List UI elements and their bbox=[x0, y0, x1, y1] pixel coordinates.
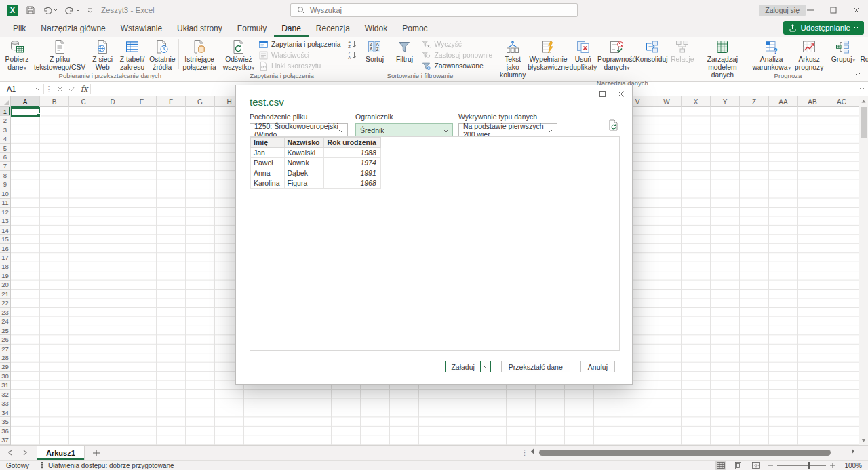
vertical-scroll-thumb[interactable] bbox=[861, 107, 867, 138]
ribbon-button-sort-az[interactable]: AZ bbox=[345, 39, 359, 50]
row-header-37[interactable]: 37 bbox=[0, 435, 10, 444]
tabbar-resize-handle[interactable]: ⋮ bbox=[521, 448, 528, 457]
select-all-corner[interactable] bbox=[0, 96, 11, 107]
row-header-31[interactable]: 31 bbox=[0, 381, 10, 390]
row-header-12[interactable]: 12 bbox=[0, 208, 10, 216]
row-header-21[interactable]: 21 bbox=[0, 290, 10, 298]
dialog-close-icon[interactable] bbox=[618, 91, 624, 97]
insert-function-icon[interactable]: fx bbox=[78, 82, 90, 96]
ribbon-button-grupuj[interactable]: Grupuj▾ bbox=[828, 37, 858, 72]
scroll-down-icon[interactable] bbox=[859, 435, 868, 445]
row-header-34[interactable]: 34 bbox=[0, 408, 10, 417]
close-button[interactable] bbox=[845, 0, 868, 20]
cancel-button[interactable]: Anuluj bbox=[580, 361, 615, 372]
ribbon-button-analiza-warunkowa[interactable]: ?Analiza warunkowa▾ bbox=[750, 37, 793, 72]
row-header-14[interactable]: 14 bbox=[0, 226, 10, 235]
row-header-9[interactable]: 9 bbox=[0, 180, 10, 189]
page-break-preview-button[interactable] bbox=[750, 461, 762, 470]
row-header-5[interactable]: 5 bbox=[0, 144, 10, 153]
row-header-22[interactable]: 22 bbox=[0, 299, 10, 308]
previous-sheet-icon[interactable] bbox=[8, 450, 12, 456]
accessibility-status[interactable]: Ułatwienia dostępu: dobrze przygotowane bbox=[39, 462, 174, 469]
row-header-6[interactable]: 6 bbox=[0, 153, 10, 161]
save-icon[interactable] bbox=[26, 5, 35, 15]
ribbon-button-z-pliku-tekstowego-csv[interactable]: Z pliku tekstowego/CSV bbox=[32, 37, 87, 72]
column-header-f[interactable]: F bbox=[157, 96, 186, 107]
column-header-c[interactable]: C bbox=[69, 96, 98, 107]
column-header-x[interactable]: X bbox=[682, 96, 711, 107]
row-header-33[interactable]: 33 bbox=[0, 399, 10, 408]
row-header-15[interactable]: 15 bbox=[0, 235, 10, 243]
refresh-preview-icon[interactable] bbox=[608, 119, 618, 132]
column-header-e[interactable]: E bbox=[127, 96, 157, 107]
ribbon-button-wypełnianie-błyskawiczne[interactable]: Wypełnianie błyskawiczne bbox=[528, 37, 568, 79]
zoom-slider[interactable] bbox=[768, 463, 835, 468]
column-header-ab[interactable]: AB bbox=[798, 96, 827, 107]
redo-button[interactable] bbox=[65, 6, 80, 15]
load-button[interactable]: Załaduj bbox=[445, 361, 480, 372]
scroll-right-icon[interactable] bbox=[851, 448, 855, 454]
expand-formula-bar-icon[interactable] bbox=[856, 82, 868, 96]
ribbon-button-pobierz-dane[interactable]: Pobierz dane▾ bbox=[2, 37, 32, 72]
column-header-z[interactable]: Z bbox=[740, 96, 769, 107]
ribbon-button-zapytania-i-połączenia[interactable]: Zapytania i połączenia bbox=[256, 39, 342, 50]
ribbon-button-odśwież-wszystko[interactable]: Odśwież wszystko▾ bbox=[221, 37, 256, 72]
undo-button[interactable] bbox=[43, 6, 58, 15]
ribbon-button-poprawność-danych[interactable]: Poprawność danych▾ bbox=[598, 37, 635, 79]
row-header-29[interactable]: 29 bbox=[0, 363, 10, 372]
normal-view-button[interactable] bbox=[715, 461, 726, 470]
row-header-23[interactable]: 23 bbox=[0, 308, 10, 317]
formula-bar-handle[interactable]: ⋮ bbox=[44, 82, 54, 96]
page-layout-view-button[interactable] bbox=[732, 461, 744, 470]
tab-dane[interactable]: Dane bbox=[274, 21, 309, 37]
ribbon-button-zaawansowane[interactable]: Zaawansowane bbox=[419, 60, 494, 71]
file-origin-dropdown[interactable]: 1250: Środkowoeuropejski (Windo... bbox=[250, 123, 348, 136]
load-dropdown-arrow[interactable] bbox=[481, 361, 491, 372]
ribbon-button-z-tabeli-zakresu[interactable]: Z tabeli/ zakresu bbox=[117, 37, 147, 72]
column-header-w[interactable]: W bbox=[652, 96, 682, 107]
zoom-slider-thumb[interactable] bbox=[808, 462, 810, 469]
tab-narzędzia-główne[interactable]: Narzędzia główne bbox=[33, 21, 113, 37]
dialog-maximize-icon[interactable] bbox=[599, 91, 606, 97]
tab-formuły[interactable]: Formuły bbox=[230, 21, 274, 37]
delimiter-dropdown[interactable]: Średnik bbox=[355, 123, 453, 136]
row-header-10[interactable]: 10 bbox=[0, 189, 10, 198]
tab-wstawianie[interactable]: Wstawianie bbox=[113, 21, 170, 37]
column-header-d[interactable]: D bbox=[98, 96, 127, 107]
row-header-1[interactable]: 1 bbox=[0, 107, 10, 116]
scroll-up-icon[interactable] bbox=[859, 96, 868, 106]
column-header-b[interactable]: B bbox=[40, 96, 69, 107]
zoom-out-icon[interactable] bbox=[768, 463, 773, 468]
customize-qat-icon[interactable] bbox=[87, 7, 93, 13]
vertical-scrollbar[interactable] bbox=[859, 96, 868, 445]
row-header-7[interactable]: 7 bbox=[0, 162, 10, 171]
row-header-27[interactable]: 27 bbox=[0, 345, 10, 353]
row-header-16[interactable]: 16 bbox=[0, 244, 10, 253]
tab-pomoc[interactable]: Pomoc bbox=[395, 21, 435, 37]
ribbon-button-ostatnie-źródła[interactable]: Ostatnie źródła bbox=[147, 37, 177, 72]
row-header-26[interactable]: 26 bbox=[0, 335, 10, 344]
ribbon-button-usuń-duplikaty[interactable]: Usuń duplikaty bbox=[568, 37, 598, 79]
ribbon-button-arkusz-prognozy[interactable]: Arkusz prognozy bbox=[793, 37, 825, 72]
tab-widok[interactable]: Widok bbox=[357, 21, 395, 37]
row-header-32[interactable]: 32 bbox=[0, 390, 10, 399]
zoom-level[interactable]: 100% bbox=[842, 462, 862, 469]
tab-układ-strony[interactable]: Układ strony bbox=[170, 21, 230, 37]
row-header-3[interactable]: 3 bbox=[0, 125, 10, 134]
row-header-25[interactable]: 25 bbox=[0, 326, 10, 335]
ribbon-button-rozgrupuj[interactable]: Rozgrupuj▾ bbox=[858, 37, 868, 72]
sheet-tab-arkusz1[interactable]: Arkusz1 bbox=[37, 446, 85, 460]
zoom-in-icon[interactable] bbox=[830, 463, 835, 468]
excel-logo-icon[interactable]: X bbox=[7, 5, 18, 16]
row-header-13[interactable]: 13 bbox=[0, 216, 10, 225]
ribbon-button-zarządzaj-modelem-danych[interactable]: Zarządzaj modelem danych bbox=[697, 37, 747, 79]
ribbon-button-konsoliduj[interactable]: Konsoliduj bbox=[635, 37, 667, 79]
ribbon-button-istniejące-połączenia[interactable]: Istniejące połączenia bbox=[180, 37, 218, 72]
horizontal-scroll-thumb[interactable] bbox=[539, 450, 831, 456]
selected-cell-a1[interactable] bbox=[11, 107, 40, 117]
ribbon-button-sortuj[interactable]: ZAAZSortuj bbox=[359, 37, 389, 72]
tab-recenzja[interactable]: Recenzja bbox=[309, 21, 357, 37]
add-sheet-button[interactable] bbox=[85, 446, 108, 460]
next-sheet-icon[interactable] bbox=[23, 450, 27, 456]
row-header-2[interactable]: 2 bbox=[0, 116, 10, 125]
